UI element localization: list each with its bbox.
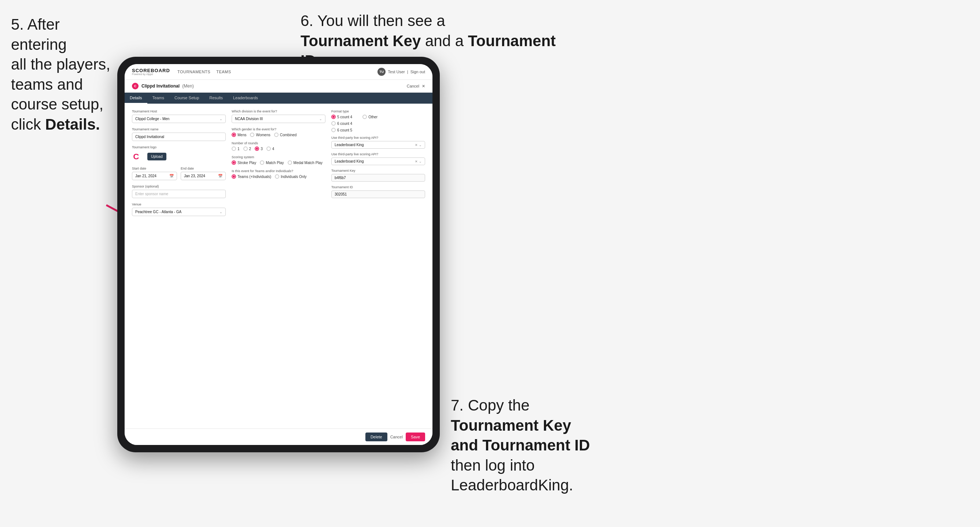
- tournament-id-value: 302051: [331, 190, 425, 198]
- gender-combined-radio[interactable]: [274, 133, 278, 137]
- round-4-radio[interactable]: [266, 146, 271, 151]
- individuals-only[interactable]: Individuals Only: [275, 174, 307, 179]
- round-4-label: 4: [272, 147, 275, 151]
- nav-tournaments[interactable]: TOURNAMENTS: [177, 70, 210, 74]
- tab-leaderboards[interactable]: Leaderboards: [228, 93, 263, 104]
- format-6count5[interactable]: 6 count 5: [331, 128, 425, 132]
- chevron-down-icon: ⌄: [220, 117, 223, 121]
- venue-chevron-icon: ⌄: [220, 210, 223, 214]
- gender-mens[interactable]: Mens: [232, 133, 246, 137]
- round-3-label: 3: [261, 147, 263, 151]
- teams-group: Is this event for Teams and/or Individua…: [232, 169, 325, 179]
- form-content: Tournament Host Clippd College - Men ⌄ T…: [125, 104, 433, 429]
- form-footer: Delete Cancel Save: [125, 429, 433, 445]
- rounds-radio-group: 1 2 3 4: [232, 146, 325, 151]
- user-separator: |: [407, 70, 408, 74]
- scoring-match-radio[interactable]: [260, 160, 264, 165]
- sponsor-group: Sponsor (optional) Enter sponsor name: [132, 184, 226, 198]
- gender-radio-group: Mens Womens Combined: [232, 133, 325, 137]
- user-area: TU Test User | Sign out: [377, 68, 425, 76]
- scoring-medal[interactable]: Medal Match Play: [288, 160, 323, 165]
- venue-input[interactable]: Peachtree GC - Atlanta - GA ⌄: [132, 208, 226, 216]
- tab-teams[interactable]: Teams: [147, 93, 169, 104]
- round-2[interactable]: 2: [243, 146, 251, 151]
- nav-links: TOURNAMENTS TEAMS: [177, 70, 370, 74]
- cancel-button[interactable]: Cancel ✕: [407, 84, 425, 89]
- end-date-input[interactable]: Jan 23, 2024 📅: [181, 172, 226, 180]
- user-name: Test User: [388, 70, 405, 74]
- round-1-radio[interactable]: [232, 146, 236, 151]
- scoring-match[interactable]: Match Play: [260, 160, 284, 165]
- scoring-label: Scoring system: [232, 155, 325, 159]
- individuals-only-radio[interactable]: [275, 174, 279, 179]
- scoring-stroke-radio[interactable]: [232, 160, 236, 165]
- scoring-group: Scoring system Stroke Play Match Play: [232, 155, 325, 165]
- format-6count4-label: 6 count 4: [337, 122, 352, 125]
- format-5count4-radio[interactable]: [331, 114, 336, 119]
- api1-input[interactable]: Leaderboard King ✕ ⌄: [331, 141, 425, 149]
- format-6count5-label: 6 count 5: [337, 128, 352, 132]
- format-other[interactable]: Other: [363, 114, 377, 119]
- tab-course-setup[interactable]: Course Setup: [169, 93, 204, 104]
- format-6count4-radio[interactable]: [331, 121, 336, 125]
- form-columns: Tournament Host Clippd College - Men ⌄ T…: [132, 110, 425, 216]
- tablet-frame: SCOREBOARD Powered by clippd TOURNAMENTS…: [117, 57, 440, 452]
- format-group: Format type 5 count 4 Other: [331, 110, 425, 132]
- venue-label: Venue: [132, 203, 226, 206]
- round-3-radio[interactable]: [255, 146, 259, 151]
- division-input[interactable]: NCAA Division III ⌄: [232, 114, 325, 123]
- tab-results[interactable]: Results: [204, 93, 228, 104]
- sign-out-link[interactable]: Sign out: [410, 70, 425, 74]
- rounds-group: Number of rounds 1 2: [232, 141, 325, 151]
- tournament-name: Clippd Invitational (Men): [142, 84, 194, 89]
- form-right-col: Format type 5 count 4 Other: [331, 110, 425, 216]
- round-2-label: 2: [249, 147, 251, 151]
- scoring-medal-radio[interactable]: [288, 160, 292, 165]
- tablet-screen: SCOREBOARD Powered by clippd TOURNAMENTS…: [125, 64, 433, 445]
- save-button[interactable]: Save: [406, 433, 425, 441]
- nav-teams[interactable]: TEAMS: [216, 70, 231, 74]
- tournament-key-value: b4f6b7: [331, 174, 425, 182]
- teams-radio-group: Teams (+Individuals) Individuals Only: [232, 174, 325, 179]
- logo-sub: Powered by clippd: [132, 73, 170, 75]
- api1-clear-icon[interactable]: ✕ ⌄: [415, 143, 422, 147]
- tournament-key-group: Tournament Key b4f6b7: [331, 169, 425, 182]
- close-icon: ✕: [422, 84, 425, 88]
- api2-clear-icon[interactable]: ✕ ⌄: [415, 160, 422, 163]
- tournament-host-group: Tournament Host Clippd College - Men ⌄: [132, 110, 226, 123]
- teams-plus-individuals[interactable]: Teams (+Individuals): [232, 174, 271, 179]
- round-1-label: 1: [237, 147, 240, 151]
- gender-combined-label: Combined: [280, 133, 297, 137]
- tabs-bar: Details Teams Course Setup Results Leade…: [125, 93, 433, 104]
- round-1[interactable]: 1: [232, 146, 240, 151]
- cancel-button-footer[interactable]: Cancel: [390, 435, 403, 439]
- scoring-stroke[interactable]: Stroke Play: [232, 160, 256, 165]
- format-other-radio[interactable]: [363, 114, 367, 119]
- round-4[interactable]: 4: [266, 146, 275, 151]
- format-6count5-radio[interactable]: [331, 128, 336, 132]
- sponsor-input[interactable]: Enter sponsor name: [132, 190, 226, 198]
- gender-womens[interactable]: Womens: [250, 133, 270, 137]
- api2-input[interactable]: Leaderboard King ✕ ⌄: [331, 157, 425, 165]
- gender-mens-radio[interactable]: [232, 133, 236, 137]
- tournament-id-label: Tournament ID: [331, 185, 425, 189]
- start-date-input[interactable]: Jan 21, 2024 📅: [132, 172, 177, 180]
- api2-label: Use third-party live scoring API?: [331, 152, 425, 156]
- gender-womens-radio[interactable]: [250, 133, 255, 137]
- upload-button[interactable]: Upload: [147, 153, 166, 160]
- round-3[interactable]: 3: [255, 146, 263, 151]
- tournament-name-input[interactable]: Clippd Invitational: [132, 133, 226, 141]
- tournament-host-input[interactable]: Clippd College - Men ⌄: [132, 114, 226, 123]
- logo-text: SCOREBOARD: [132, 68, 170, 73]
- end-date-group: End date Jan 23, 2024 📅: [181, 167, 226, 180]
- format-6count4[interactable]: 6 count 4: [331, 121, 425, 125]
- delete-button[interactable]: Delete: [365, 433, 387, 441]
- gender-combined[interactable]: Combined: [274, 133, 297, 137]
- round-2-radio[interactable]: [243, 146, 248, 151]
- annotation-bottom-right-text: 7. Copy theTournament Keyand Tournament …: [451, 397, 590, 494]
- teams-plus-radio[interactable]: [232, 174, 236, 179]
- tournament-host-label: Tournament Host: [132, 110, 226, 113]
- format-5count4[interactable]: 5 count 4: [331, 114, 352, 119]
- scoring-radio-group: Stroke Play Match Play Medal Match Play: [232, 160, 325, 165]
- tab-details[interactable]: Details: [125, 93, 147, 104]
